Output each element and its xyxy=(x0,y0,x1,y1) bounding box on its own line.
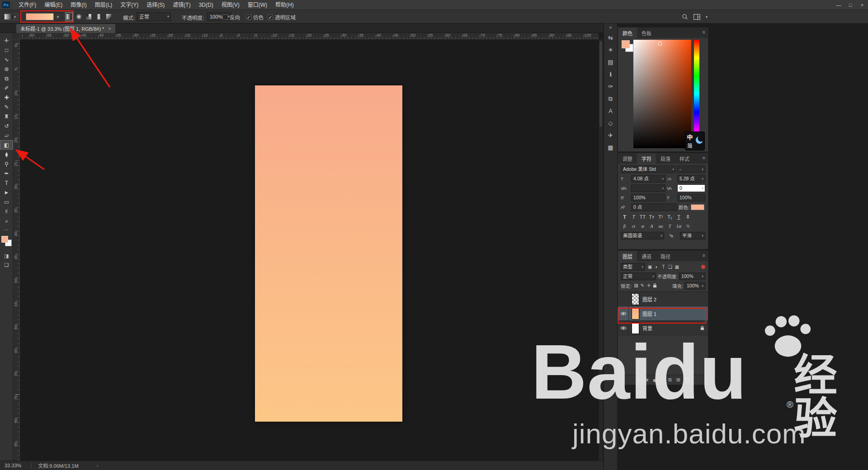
menu-item[interactable]: 滤镜(T) xyxy=(169,0,194,10)
clone-stamp-tool[interactable]: ♜ xyxy=(0,112,13,121)
eraser-tool[interactable]: ▱ xyxy=(0,131,13,140)
checkbox-box[interactable] xyxy=(268,14,273,20)
opentype-button[interactable]: fi xyxy=(621,224,628,229)
antialias-select[interactable]: 平滑 xyxy=(680,232,705,240)
quick-selection-tool[interactable]: ⊛ xyxy=(0,64,13,74)
tool-preset-picker[interactable]: ▾ xyxy=(3,12,20,22)
panel-menu-icon[interactable]: ≡ xyxy=(700,251,708,261)
history-panel-icon[interactable]: ⇆ xyxy=(604,32,617,44)
layer-filter-icon[interactable]: ◐ xyxy=(653,264,660,269)
tab-paths[interactable]: 路径 xyxy=(656,251,675,261)
lock-all-icon[interactable] xyxy=(652,283,658,289)
text-style-button[interactable]: T xyxy=(621,214,628,220)
layer-filter-type-select[interactable]: 类型 xyxy=(621,263,645,271)
layer-row[interactable]: 图层 1 xyxy=(618,306,708,321)
3d-panel-icon[interactable]: ◇ xyxy=(604,117,617,129)
menu-item[interactable]: 帮助(H) xyxy=(271,0,298,10)
chevron-down-icon[interactable]: ▾ xyxy=(703,13,711,20)
panel-menu-icon[interactable]: ≡ xyxy=(700,153,708,164)
diamond-gradient-button[interactable] xyxy=(105,12,113,21)
tab-adjustments[interactable]: 调整 xyxy=(618,153,637,164)
rectangle-tool[interactable]: ▭ xyxy=(0,197,13,207)
color-picker-marker[interactable] xyxy=(658,42,662,46)
opentype-button[interactable]: ct xyxy=(630,224,637,229)
menu-item[interactable]: 图像(I) xyxy=(66,0,90,10)
lock-icon[interactable]: ✛ xyxy=(646,283,652,289)
layer-filter-icon[interactable]: ❏ xyxy=(667,264,674,269)
visibility-toggle[interactable] xyxy=(618,321,629,335)
layer-group-icon[interactable]: ⧉ xyxy=(668,377,672,383)
layer-effects-icon[interactable]: fx xyxy=(645,377,649,382)
new-layer-icon[interactable]: ⊞ xyxy=(676,377,680,383)
hand-tool[interactable]: ✌ xyxy=(0,207,13,216)
transparency-checkbox[interactable]: 透明区域 xyxy=(268,14,296,21)
vertical-scrollbar[interactable] xyxy=(599,39,603,461)
blend-mode-select[interactable]: 正常 xyxy=(137,12,171,21)
horizontal-scale-field[interactable]: 100% xyxy=(677,194,705,202)
libraries-panel-icon[interactable]: ▦ xyxy=(604,141,617,154)
layer-mask-icon[interactable]: ◙ xyxy=(653,377,656,383)
dodge-tool[interactable]: ⚲ xyxy=(0,159,13,169)
text-style-button[interactable]: Tᴛ xyxy=(648,214,656,220)
opentype-button[interactable]: A xyxy=(648,224,656,229)
linear-gradient-button[interactable] xyxy=(65,12,73,21)
ime-language-badge[interactable]: 中 简 xyxy=(685,132,704,150)
menu-item[interactable]: 文字(Y) xyxy=(116,0,142,10)
foreground-color-swatch[interactable] xyxy=(1,236,8,243)
reverse-checkbox[interactable]: 反向 xyxy=(222,14,240,21)
text-color-swatch[interactable] xyxy=(691,204,704,210)
language-select[interactable]: 美国英语 xyxy=(621,232,664,240)
search-icon[interactable] xyxy=(681,13,689,20)
brush-settings-panel-icon[interactable]: ✑ xyxy=(604,80,617,93)
visibility-toggle[interactable] xyxy=(618,306,629,320)
zoom-level-field[interactable]: 33.33% xyxy=(5,463,21,468)
tracking-select[interactable]: 0 xyxy=(677,184,705,192)
pen-tool[interactable]: ✒ xyxy=(0,169,13,178)
tab-layers[interactable]: 图层 xyxy=(618,251,637,261)
font-style-select[interactable]: - xyxy=(677,165,705,173)
clone-source-panel-icon[interactable]: ⧉ xyxy=(604,93,617,105)
brush-tool[interactable]: ✎ xyxy=(0,102,13,112)
maximize-button[interactable]: □ xyxy=(844,0,856,10)
character-styles-panel-icon[interactable]: A xyxy=(604,105,617,117)
font-size-select[interactable]: 4.08 点 xyxy=(631,175,665,183)
lock-icon[interactable]: ✎ xyxy=(639,283,646,289)
text-style-button[interactable]: TT xyxy=(639,214,646,220)
foreground-color-swatch[interactable] xyxy=(622,40,630,48)
tab-styles[interactable]: 样式 xyxy=(675,153,694,164)
minimize-button[interactable]: — xyxy=(833,0,844,10)
expand-panels-icon[interactable]: « xyxy=(604,24,617,32)
adjustments-panel-icon[interactable]: ☀ xyxy=(604,44,617,56)
vertical-scale-field[interactable]: 100% xyxy=(631,194,665,202)
menu-item[interactable]: 文件(F) xyxy=(14,0,40,10)
saturation-brightness-field[interactable] xyxy=(633,40,691,148)
tab-channels[interactable]: 通道 xyxy=(637,251,656,261)
link-layers-icon[interactable]: ∞ xyxy=(637,377,640,383)
layer-filter-toggle[interactable] xyxy=(701,265,705,269)
lock-icon[interactable]: ▨ xyxy=(633,283,639,289)
text-style-button[interactable]: T₁ xyxy=(666,214,674,220)
spot-healing-brush-tool[interactable]: ✚ xyxy=(0,93,13,102)
close-tab-icon[interactable]: × xyxy=(108,26,111,31)
opentype-button[interactable]: T xyxy=(666,224,674,229)
close-button[interactable]: × xyxy=(856,0,868,10)
layer-filter-icon[interactable]: ▦ xyxy=(674,264,680,269)
opentype-button[interactable]: aa xyxy=(657,224,665,229)
menu-item[interactable]: 图层(L) xyxy=(91,0,117,10)
menu-item[interactable]: 3D(D) xyxy=(195,0,217,10)
radial-gradient-button[interactable] xyxy=(75,12,83,21)
crop-tool[interactable]: ⧉ xyxy=(0,74,13,83)
layer-fill-select[interactable]: 100% xyxy=(684,282,705,290)
menu-item[interactable]: 选择(S) xyxy=(142,0,169,10)
opentype-button[interactable]: ½ xyxy=(684,224,692,229)
panel-menu-icon[interactable]: ≡ xyxy=(700,28,708,38)
gradient-tool[interactable]: ◧ xyxy=(0,140,13,150)
move-tool[interactable]: ✛ xyxy=(0,36,13,45)
dither-checkbox[interactable]: 仿色 xyxy=(246,14,264,21)
text-style-button[interactable]: T xyxy=(630,214,637,220)
text-style-button[interactable]: T¹ xyxy=(657,214,665,220)
tab-swatches[interactable]: 色板 xyxy=(637,28,656,38)
eyedropper-tool[interactable]: ✐ xyxy=(0,83,13,93)
path-selection-tool[interactable]: ► xyxy=(0,188,13,197)
status-chevron-icon[interactable]: › xyxy=(97,463,99,468)
